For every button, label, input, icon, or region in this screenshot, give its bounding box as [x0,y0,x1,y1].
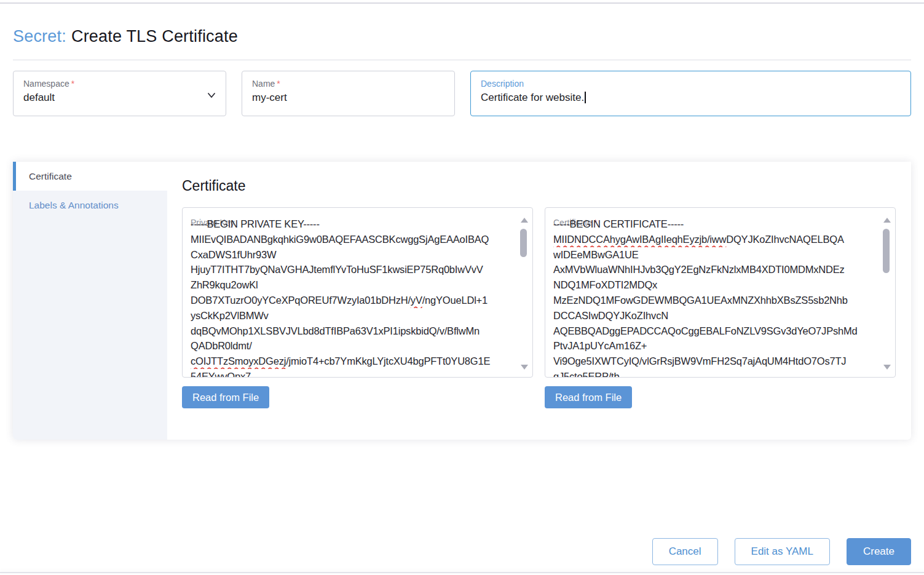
footer-actions: Cancel Edit as YAML Create [652,538,911,565]
certificate-scrollbar[interactable] [882,208,892,377]
namespace-value: default [23,92,216,104]
tab-content: Certificate Private Key -----BEGIN PRIVA… [167,162,911,440]
scroll-up-icon[interactable] [521,218,528,223]
page-title-action: Create TLS Certificate [71,27,238,46]
certificate-section-heading: Certificate [182,178,896,194]
metadata-form-row: Namespace* default Name* my-cert Descrip… [13,71,911,116]
name-field[interactable]: Name* my-cert [242,71,455,116]
name-required-mark: * [277,79,280,89]
description-value: Certificate for website. [481,92,901,104]
chevron-down-icon [207,91,215,98]
scroll-down-icon[interactable] [521,365,528,370]
text-cursor [585,92,586,103]
description-label: Description [481,79,901,89]
page-title-resource-type: Secret: [13,27,66,46]
private-key-column: Private Key -----BEGIN PRIVATE KEY-----M… [182,207,533,408]
title-divider [13,60,911,60]
private-key-read-from-file-button[interactable]: Read from File [182,386,269,408]
scroll-down-icon[interactable] [883,365,891,370]
tab-labels-annotations[interactable]: Labels & Annotations [13,191,167,220]
certificate-textarea[interactable]: Certificate* -----BEGIN CERTIFICATE-----… [545,207,896,378]
description-field[interactable]: Description Certificate for website. [470,71,911,116]
private-key-scrollbar[interactable] [519,208,529,377]
scroll-up-icon[interactable] [883,218,891,223]
name-value: my-cert [252,92,444,104]
edit-as-yaml-button[interactable]: Edit as YAML [735,538,830,565]
scrollbar-thumb[interactable] [520,229,527,257]
certificate-column: Certificate* -----BEGIN CERTIFICATE-----… [545,207,896,408]
certificate-read-from-file-button[interactable]: Read from File [545,386,632,408]
namespace-required-mark: * [71,79,74,89]
namespace-label: Namespace* [23,79,216,89]
certificate-text: -----BEGIN CERTIFICATE-----MIIDNDCCAhygA… [553,216,874,378]
page-title: Secret:Create TLS Certificate [13,27,238,46]
namespace-select[interactable]: Namespace* default [13,71,226,116]
cancel-button[interactable]: Cancel [652,538,718,565]
top-divider [0,2,924,4]
name-label: Name* [252,79,444,89]
create-tls-secret-page: Secret:Create TLS Certificate Namespace*… [0,0,924,575]
tab-sidebar: Certificate Labels & Annotations [13,162,167,440]
certificate-inputs-row: Private Key -----BEGIN PRIVATE KEY-----M… [182,207,896,408]
scrollbar-thumb[interactable] [883,229,890,273]
secret-detail-panel: Certificate Labels & Annotations Certifi… [13,162,911,440]
bottom-divider [0,572,924,573]
tab-certificate[interactable]: Certificate [13,162,167,191]
create-button[interactable]: Create [847,538,911,565]
private-key-textarea[interactable]: Private Key -----BEGIN PRIVATE KEY-----M… [182,207,533,378]
private-key-text: -----BEGIN PRIVATE KEY-----MIIEvQIBADANB… [191,216,511,378]
